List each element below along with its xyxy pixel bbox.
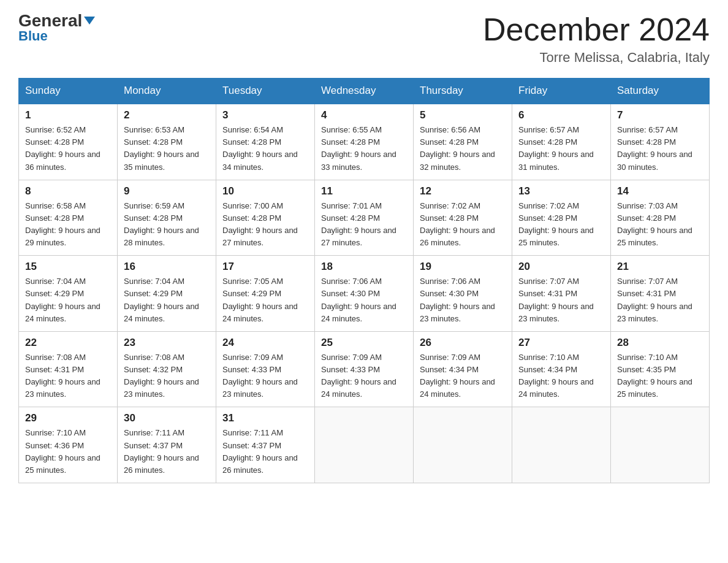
calendar-day-cell: 27Sunrise: 7:10 AMSunset: 4:34 PMDayligh…: [512, 331, 611, 407]
day-info: Sunrise: 7:08 AMSunset: 4:31 PMDaylight:…: [25, 351, 111, 401]
day-number: 16: [124, 261, 210, 273]
calendar-week-row: 22Sunrise: 7:08 AMSunset: 4:31 PMDayligh…: [19, 331, 710, 407]
day-number: 28: [617, 337, 703, 349]
day-header-friday: Friday: [512, 79, 611, 104]
day-number: 11: [321, 185, 407, 197]
day-number: 21: [617, 261, 703, 273]
day-info: Sunrise: 7:10 AMSunset: 4:36 PMDaylight:…: [25, 427, 111, 477]
calendar-day-cell: 9Sunrise: 6:59 AMSunset: 4:28 PMDaylight…: [118, 180, 216, 256]
day-info: Sunrise: 7:03 AMSunset: 4:28 PMDaylight:…: [617, 200, 703, 250]
day-info: Sunrise: 6:57 AMSunset: 4:28 PMDaylight:…: [617, 124, 703, 174]
day-info: Sunrise: 7:09 AMSunset: 4:33 PMDaylight:…: [321, 351, 407, 401]
day-info: Sunrise: 7:00 AMSunset: 4:28 PMDaylight:…: [222, 200, 308, 250]
calendar-day-cell: 29Sunrise: 7:10 AMSunset: 4:36 PMDayligh…: [19, 407, 118, 483]
day-header-sunday: Sunday: [19, 79, 118, 104]
calendar-day-cell: 5Sunrise: 6:56 AMSunset: 4:28 PMDaylight…: [414, 104, 512, 180]
day-info: Sunrise: 7:11 AMSunset: 4:37 PMDaylight:…: [124, 427, 210, 477]
day-number: 5: [420, 109, 506, 121]
day-number: 17: [222, 261, 308, 273]
day-header-thursday: Thursday: [414, 79, 512, 104]
calendar-day-cell: 2Sunrise: 6:53 AMSunset: 4:28 PMDaylight…: [118, 104, 216, 180]
calendar-week-row: 29Sunrise: 7:10 AMSunset: 4:36 PMDayligh…: [19, 407, 710, 483]
page-header: General Blue December 2024 Torre Melissa…: [18, 12, 710, 66]
day-number: 23: [124, 337, 210, 349]
calendar-table: SundayMondayTuesdayWednesdayThursdayFrid…: [18, 78, 710, 483]
calendar-day-cell: 19Sunrise: 7:06 AMSunset: 4:30 PMDayligh…: [414, 256, 512, 332]
day-info: Sunrise: 7:01 AMSunset: 4:28 PMDaylight:…: [321, 200, 407, 250]
title-block: December 2024 Torre Melissa, Calabria, I…: [483, 12, 710, 66]
day-header-tuesday: Tuesday: [216, 79, 315, 104]
logo-blue: Blue: [18, 28, 48, 44]
day-number: 14: [617, 185, 703, 197]
day-number: 13: [518, 185, 604, 197]
day-info: Sunrise: 7:09 AMSunset: 4:34 PMDaylight:…: [420, 351, 506, 401]
day-number: 3: [222, 109, 308, 121]
calendar-day-cell: 12Sunrise: 7:02 AMSunset: 4:28 PMDayligh…: [414, 180, 512, 256]
calendar-day-cell: 22Sunrise: 7:08 AMSunset: 4:31 PMDayligh…: [19, 331, 118, 407]
logo-general: General: [18, 12, 95, 29]
calendar-day-cell: [512, 407, 611, 483]
calendar-day-cell: 1Sunrise: 6:52 AMSunset: 4:28 PMDaylight…: [19, 104, 118, 180]
logo: General Blue: [18, 12, 95, 44]
calendar-day-cell: 24Sunrise: 7:09 AMSunset: 4:33 PMDayligh…: [216, 331, 315, 407]
calendar-day-cell: 21Sunrise: 7:07 AMSunset: 4:31 PMDayligh…: [611, 256, 710, 332]
day-info: Sunrise: 7:07 AMSunset: 4:31 PMDaylight:…: [518, 275, 604, 325]
calendar-day-cell: 28Sunrise: 7:10 AMSunset: 4:35 PMDayligh…: [611, 331, 710, 407]
day-info: Sunrise: 7:06 AMSunset: 4:30 PMDaylight:…: [420, 275, 506, 325]
day-number: 4: [321, 109, 407, 121]
day-number: 8: [25, 185, 111, 197]
calendar-header-row: SundayMondayTuesdayWednesdayThursdayFrid…: [19, 79, 710, 104]
calendar-day-cell: 16Sunrise: 7:04 AMSunset: 4:29 PMDayligh…: [118, 256, 216, 332]
day-number: 27: [518, 337, 604, 349]
day-info: Sunrise: 7:04 AMSunset: 4:29 PMDaylight:…: [25, 275, 111, 325]
day-info: Sunrise: 6:58 AMSunset: 4:28 PMDaylight:…: [25, 200, 111, 250]
day-info: Sunrise: 6:54 AMSunset: 4:28 PMDaylight:…: [222, 124, 308, 174]
calendar-day-cell: [414, 407, 512, 483]
calendar-week-row: 15Sunrise: 7:04 AMSunset: 4:29 PMDayligh…: [19, 256, 710, 332]
calendar-day-cell: [611, 407, 710, 483]
day-number: 22: [25, 337, 111, 349]
day-number: 24: [222, 337, 308, 349]
calendar-day-cell: 17Sunrise: 7:05 AMSunset: 4:29 PMDayligh…: [216, 256, 315, 332]
calendar-week-row: 8Sunrise: 6:58 AMSunset: 4:28 PMDaylight…: [19, 180, 710, 256]
calendar-day-cell: 31Sunrise: 7:11 AMSunset: 4:37 PMDayligh…: [216, 407, 315, 483]
calendar-day-cell: 15Sunrise: 7:04 AMSunset: 4:29 PMDayligh…: [19, 256, 118, 332]
calendar-day-cell: 6Sunrise: 6:57 AMSunset: 4:28 PMDaylight…: [512, 104, 611, 180]
day-number: 18: [321, 261, 407, 273]
calendar-week-row: 1Sunrise: 6:52 AMSunset: 4:28 PMDaylight…: [19, 104, 710, 180]
day-info: Sunrise: 6:52 AMSunset: 4:28 PMDaylight:…: [25, 124, 111, 174]
day-number: 30: [124, 412, 210, 424]
calendar-day-cell: 14Sunrise: 7:03 AMSunset: 4:28 PMDayligh…: [611, 180, 710, 256]
calendar-day-cell: 11Sunrise: 7:01 AMSunset: 4:28 PMDayligh…: [315, 180, 414, 256]
calendar-day-cell: 13Sunrise: 7:02 AMSunset: 4:28 PMDayligh…: [512, 180, 611, 256]
day-number: 15: [25, 261, 111, 273]
day-info: Sunrise: 6:57 AMSunset: 4:28 PMDaylight:…: [518, 124, 604, 174]
day-info: Sunrise: 6:55 AMSunset: 4:28 PMDaylight:…: [321, 124, 407, 174]
calendar-day-cell: 3Sunrise: 6:54 AMSunset: 4:28 PMDaylight…: [216, 104, 315, 180]
day-info: Sunrise: 7:11 AMSunset: 4:37 PMDaylight:…: [222, 427, 308, 477]
day-info: Sunrise: 7:05 AMSunset: 4:29 PMDaylight:…: [222, 275, 308, 325]
day-number: 20: [518, 261, 604, 273]
calendar-day-cell: 25Sunrise: 7:09 AMSunset: 4:33 PMDayligh…: [315, 331, 414, 407]
day-number: 6: [518, 109, 604, 121]
day-info: Sunrise: 7:02 AMSunset: 4:28 PMDaylight:…: [420, 200, 506, 250]
calendar-day-cell: 10Sunrise: 7:00 AMSunset: 4:28 PMDayligh…: [216, 180, 315, 256]
day-number: 7: [617, 109, 703, 121]
day-info: Sunrise: 7:04 AMSunset: 4:29 PMDaylight:…: [124, 275, 210, 325]
day-header-wednesday: Wednesday: [315, 79, 414, 104]
day-info: Sunrise: 7:02 AMSunset: 4:28 PMDaylight:…: [518, 200, 604, 250]
calendar-day-cell: 26Sunrise: 7:09 AMSunset: 4:34 PMDayligh…: [414, 331, 512, 407]
calendar-day-cell: 4Sunrise: 6:55 AMSunset: 4:28 PMDaylight…: [315, 104, 414, 180]
day-number: 9: [124, 185, 210, 197]
day-number: 12: [420, 185, 506, 197]
calendar-day-cell: 18Sunrise: 7:06 AMSunset: 4:30 PMDayligh…: [315, 256, 414, 332]
month-title: December 2024: [483, 12, 710, 47]
calendar-day-cell: 20Sunrise: 7:07 AMSunset: 4:31 PMDayligh…: [512, 256, 611, 332]
calendar-day-cell: 8Sunrise: 6:58 AMSunset: 4:28 PMDaylight…: [19, 180, 118, 256]
calendar-day-cell: 23Sunrise: 7:08 AMSunset: 4:32 PMDayligh…: [118, 331, 216, 407]
day-info: Sunrise: 7:07 AMSunset: 4:31 PMDaylight:…: [617, 275, 703, 325]
day-number: 10: [222, 185, 308, 197]
day-info: Sunrise: 7:10 AMSunset: 4:35 PMDaylight:…: [617, 351, 703, 401]
day-info: Sunrise: 7:09 AMSunset: 4:33 PMDaylight:…: [222, 351, 308, 401]
day-header-monday: Monday: [118, 79, 216, 104]
